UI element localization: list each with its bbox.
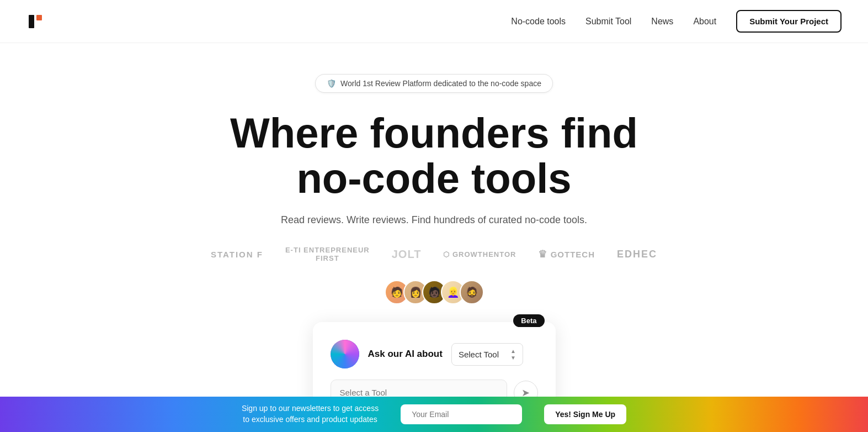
submit-project-button[interactable]: Submit Your Project [736,10,842,33]
hero-section: 🛡️ World 1st Review Platform dedicated t… [0,43,868,432]
avatar-group: 🧑 👩 🧑🏿 👱‍♀️ 🧔 [385,280,484,304]
newsletter-signup-button[interactable]: Yes! Sign Me Up [544,404,626,424]
newsletter-email-input[interactable] [401,404,522,424]
nav-about[interactable]: About [693,17,716,27]
badge: 🛡️ World 1st Review Platform dedicated t… [315,74,553,93]
hero-title: Where founders find no-code tools [230,110,638,201]
newsletter-banner: Sign up to our newsletters to get access… [0,397,868,432]
ai-avatar [331,340,359,368]
select-tool-label: Select Tool [459,350,499,359]
nav-no-code-tools[interactable]: No-code tools [511,17,566,27]
beta-badge: Beta [513,314,544,327]
newsletter-text: Sign up to our newsletters to get access… [242,403,379,425]
badge-icon: 🛡️ [327,79,336,88]
select-tool-dropdown[interactable]: Select Tool ▲ ▼ [451,343,523,366]
logo-gottech: ♛ GOTTECH [538,248,595,260]
ai-header: Ask our AI about Select Tool ▲ ▼ [331,340,538,368]
logo-station-f: STATION F [211,250,263,259]
svg-rect-1 [36,15,42,20]
logo-eti: e-Ti ENTREPRENEURFIRST [285,246,370,262]
partner-logos: STATION F e-Ti ENTREPRENEURFIRST Jolt ⬡ … [211,246,657,262]
hero-subtitle: Read reviews. Write reviews. Find hundre… [281,214,587,226]
logo-growthentor: ⬡ growthentor [443,250,516,259]
nav-links: No-code tools Submit Tool News About Sub… [511,10,842,33]
nav-submit-tool[interactable]: Submit Tool [585,17,631,27]
logo[interactable] [26,13,44,30]
avatar-5: 🧔 [460,280,484,304]
ai-ask-label: Ask our AI about [368,349,443,360]
svg-rect-0 [29,15,34,28]
dropdown-arrows-icon: ▲ ▼ [510,348,516,361]
logo-jolt: Jolt [392,248,422,261]
badge-text: World 1st Review Platform dedicated to t… [340,79,541,88]
logo-edhec: EDHEC [617,249,657,260]
nav-news[interactable]: News [651,17,673,27]
